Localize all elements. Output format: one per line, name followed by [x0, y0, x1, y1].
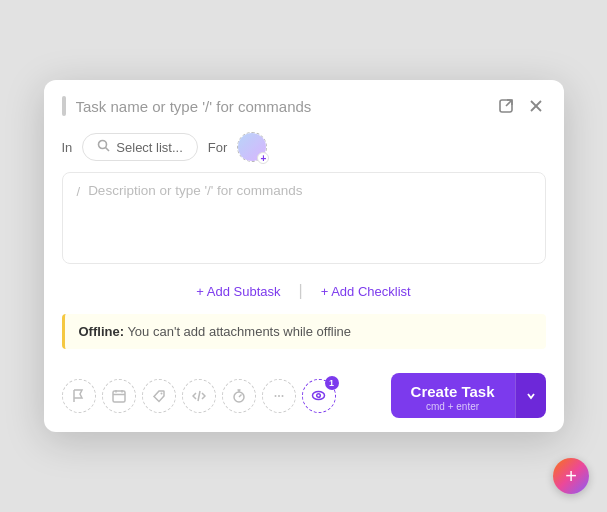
svg-line-11	[198, 391, 200, 401]
modal-header	[44, 80, 564, 126]
flag-button[interactable]	[62, 379, 96, 413]
svg-point-17	[278, 395, 280, 397]
add-user-badge: +	[257, 152, 269, 164]
slash-icon: /	[77, 184, 81, 199]
fab-button[interactable]: +	[553, 458, 589, 494]
calendar-button[interactable]	[102, 379, 136, 413]
drag-handle	[62, 96, 66, 116]
search-icon	[97, 139, 110, 155]
create-task-label: Create Task	[411, 383, 495, 400]
timer-button[interactable]	[222, 379, 256, 413]
create-task-shortcut: cmd + enter	[426, 401, 479, 412]
description-area: /	[62, 172, 546, 264]
add-checklist-button[interactable]: + Add Checklist	[321, 284, 411, 299]
select-list-placeholder: Select list...	[116, 140, 182, 155]
svg-point-16	[274, 395, 276, 397]
close-icon[interactable]	[526, 96, 546, 116]
svg-line-1	[506, 100, 512, 106]
offline-banner: Offline: You can't add attachments while…	[62, 314, 546, 349]
in-label: In	[62, 140, 73, 155]
header-icons	[496, 96, 546, 116]
svg-line-5	[106, 148, 110, 152]
offline-label: Offline:	[79, 324, 125, 339]
divider: |	[299, 282, 303, 300]
expand-icon[interactable]	[496, 96, 516, 116]
svg-point-18	[281, 395, 283, 397]
create-task-button[interactable]: Create Task cmd + enter	[391, 373, 515, 418]
more-button[interactable]	[262, 379, 296, 413]
offline-message: You can't add attachments while offline	[127, 324, 351, 339]
create-task-button-group: Create Task cmd + enter	[391, 373, 546, 418]
svg-point-4	[99, 141, 107, 149]
svg-rect-6	[113, 391, 125, 402]
code-button[interactable]	[182, 379, 216, 413]
svg-line-14	[239, 394, 242, 397]
add-subtask-button[interactable]: + Add Subtask	[196, 284, 280, 299]
assign-user-button[interactable]: +	[237, 132, 267, 162]
description-input[interactable]	[88, 183, 530, 253]
task-name-input[interactable]	[76, 98, 486, 115]
svg-point-20	[317, 394, 321, 398]
create-task-modal: In Select list... For + /	[44, 80, 564, 432]
svg-point-10	[160, 392, 162, 394]
tag-button[interactable]	[142, 379, 176, 413]
svg-point-19	[313, 392, 325, 400]
for-label: For	[208, 140, 228, 155]
create-task-dropdown-button[interactable]	[515, 373, 546, 418]
svg-point-12	[234, 392, 244, 402]
fab-icon: +	[565, 465, 577, 488]
watchers-badge: 1	[325, 376, 339, 390]
watchers-button[interactable]: 1	[302, 379, 336, 413]
toolbar-row: 1 Create Task cmd + enter	[44, 363, 564, 432]
select-list-button[interactable]: Select list...	[82, 133, 197, 161]
page-background: In Select list... For + /	[0, 0, 607, 512]
meta-row: In Select list... For +	[44, 126, 564, 172]
subtask-row: + Add Subtask | + Add Checklist	[44, 274, 564, 314]
